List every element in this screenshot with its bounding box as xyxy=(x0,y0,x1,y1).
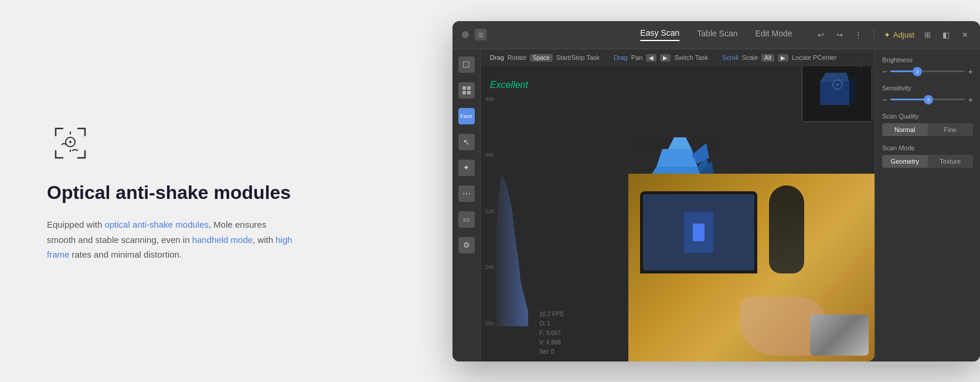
left-panel: Optical anti-shake modules Equipped with… xyxy=(0,84,340,297)
undo-icon[interactable]: ↩ xyxy=(815,29,827,40)
tab-table-scan[interactable]: Table Scan xyxy=(697,29,737,40)
view-icon-3[interactable]: ✕ xyxy=(959,29,971,40)
toolbar-settings[interactable]: ⚙ xyxy=(458,237,475,253)
scan-mode-section: Scan Mode Geometry Texture xyxy=(882,144,973,168)
redo-icon[interactable]: ↪ xyxy=(834,29,846,40)
top-bar: ☰ Easy Scan Table Scan Edit Mode ↩ ↪ ⋮ ✦… xyxy=(452,21,980,49)
space-key: Space xyxy=(530,54,552,62)
scan-mode-toggle: Geometry Texture xyxy=(882,155,973,168)
brightness-slider-row: − 2 + xyxy=(882,67,973,76)
optical-antishake-icon xyxy=(47,120,94,167)
toolbar-checkbox[interactable]: ☐ xyxy=(458,56,475,73)
histogram-svg xyxy=(496,96,528,326)
svg-point-28 xyxy=(836,83,839,86)
adjust-label: ✦ Adjust xyxy=(884,31,914,39)
metal-part xyxy=(810,315,869,356)
sensitivity-minus[interactable]: − xyxy=(882,95,887,104)
bottom-stats: 10.2 FPS O: 1 F: 9.067 V: 4.868 Sel: 0 xyxy=(539,310,564,357)
quality-fine-btn[interactable]: Fine xyxy=(928,123,974,136)
view-icon-1[interactable]: ⊞ xyxy=(921,29,933,40)
tab-easy-scan[interactable]: Easy Scan xyxy=(640,28,679,41)
laptop-shape xyxy=(640,191,757,273)
quality-normal-btn[interactable]: Normal xyxy=(882,123,928,136)
o-stat: O: 1 xyxy=(539,319,564,329)
menu-dots-icon[interactable]: ⋮ xyxy=(853,29,865,40)
sensitivity-thumb[interactable]: 5 xyxy=(924,95,933,104)
hint-scale: Scroll Scale Alt ▶ Locate PCenter xyxy=(722,54,836,62)
histogram: 400 300 220 240 200 xyxy=(485,96,532,326)
sensitivity-fill xyxy=(890,99,927,100)
scan-area: Drag Rotate Space Start/Stop Task Drag P… xyxy=(481,49,874,361)
feature-description: Equipped with optical anti-shake modules… xyxy=(47,217,293,262)
sensitivity-track[interactable]: 5 xyxy=(890,99,965,100)
window-control xyxy=(462,31,469,38)
svg-rect-6 xyxy=(462,91,466,94)
adjust-icon: ✦ xyxy=(884,31,890,39)
tab-edit-mode[interactable]: Edit Mode xyxy=(756,29,792,40)
svg-marker-18 xyxy=(668,137,692,149)
brightness-section: Brightness − 2 + xyxy=(882,56,973,76)
sensitivity-label: Sensitivity xyxy=(882,84,973,92)
svg-point-1 xyxy=(69,141,72,143)
hint-rotate: Drag Rotate Space Start/Stop Task xyxy=(490,54,600,62)
left-toolbar: ☐ Face ↖ ✦ ⋯ ▭ ⚙ xyxy=(452,49,481,361)
quality-indicator: Excellent xyxy=(490,80,528,90)
sensitivity-plus[interactable]: + xyxy=(968,95,973,104)
f-stat: F: 9.067 xyxy=(539,329,564,338)
main-content: ☐ Face ↖ ✦ ⋯ ▭ ⚙ Drag Rotate Space xyxy=(452,49,980,361)
v-stat: V: 4.868 xyxy=(539,338,564,347)
brightness-thumb[interactable]: 2 xyxy=(913,67,922,76)
laptop-object xyxy=(693,224,705,241)
laptop-screen xyxy=(643,194,754,271)
right-key: ▶ xyxy=(660,54,671,62)
sel-stat: Sel: 0 xyxy=(539,347,564,357)
brightness-track[interactable]: 2 xyxy=(890,70,965,72)
top-bar-right: ↩ ↪ ⋮ ✦ Adjust ⊞ ◧ ✕ xyxy=(815,29,971,40)
svg-marker-24 xyxy=(820,82,849,105)
alt-key: Alt xyxy=(761,54,774,62)
sensitivity-section: Sensitivity − 5 + xyxy=(882,84,973,104)
divider xyxy=(874,29,874,40)
scan-quality-section: Scan Quality Normal Fine xyxy=(882,113,973,136)
view-icon-2[interactable]: ◧ xyxy=(940,29,952,40)
fps-stat: 10.2 FPS xyxy=(539,310,564,319)
toolbar-rect[interactable]: ▭ xyxy=(458,211,475,228)
feature-title: Optical anti-shake modules xyxy=(47,181,293,205)
scan-quality-label: Scan Quality xyxy=(882,113,973,120)
hint-pan: Drag Pan ◀ ▶ Switch Task xyxy=(614,54,708,62)
photo-background xyxy=(628,174,874,361)
toolbar-grid[interactable] xyxy=(458,82,475,99)
hint-bar: Drag Rotate Space Start/Stop Task Drag P… xyxy=(481,49,874,66)
toolbar-dots[interactable]: ⋯ xyxy=(458,185,475,202)
right-adjust-panel: Brightness − 2 + Sensitivity xyxy=(874,49,980,361)
toolbar-cursor[interactable]: ↖ xyxy=(458,134,475,150)
sensitivity-slider-row: − 5 + xyxy=(882,95,973,104)
scan-mode-label: Scan Mode xyxy=(882,144,973,151)
toolbar-face[interactable]: Face xyxy=(458,108,475,124)
right-panel: ☰ Easy Scan Table Scan Edit Mode ↩ ↪ ⋮ ✦… xyxy=(340,0,980,382)
mode-geometry-btn[interactable]: Geometry xyxy=(882,155,928,168)
laptop-content xyxy=(684,212,713,253)
brightness-label: Brightness xyxy=(882,56,973,63)
svg-rect-4 xyxy=(462,86,466,90)
brightness-plus[interactable]: + xyxy=(968,67,973,76)
left-key: ◀ xyxy=(646,54,656,62)
arrow-key: ▶ xyxy=(778,54,788,62)
svg-marker-13 xyxy=(656,149,697,167)
top-bar-left: ☰ xyxy=(462,29,486,40)
scanner-ui: ☰ Easy Scan Table Scan Edit Mode ↩ ↪ ⋮ ✦… xyxy=(452,21,980,361)
histogram-labels: 400 300 220 240 200 xyxy=(485,96,494,326)
scan-quality-toggle: Normal Fine xyxy=(882,123,973,136)
svg-rect-5 xyxy=(467,86,471,90)
mode-texture-btn[interactable]: Texture xyxy=(928,155,974,168)
toolbar-sparkle[interactable]: ✦ xyxy=(458,160,475,176)
tab-group: Easy Scan Table Scan Edit Mode xyxy=(640,28,792,41)
brightness-minus[interactable]: − xyxy=(882,67,887,76)
menu-icon: ☰ xyxy=(475,29,486,40)
svg-rect-7 xyxy=(467,91,471,94)
scanner-device xyxy=(769,185,804,273)
